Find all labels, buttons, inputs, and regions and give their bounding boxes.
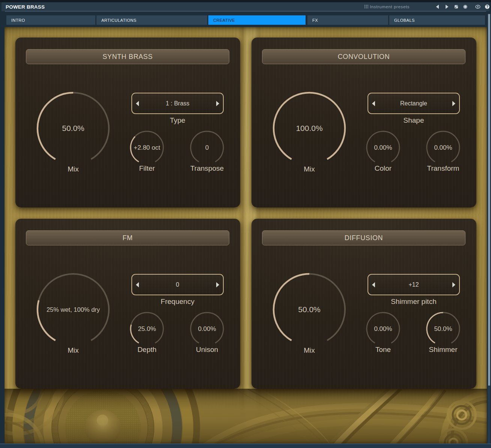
svg-text:?: ? (486, 5, 488, 9)
